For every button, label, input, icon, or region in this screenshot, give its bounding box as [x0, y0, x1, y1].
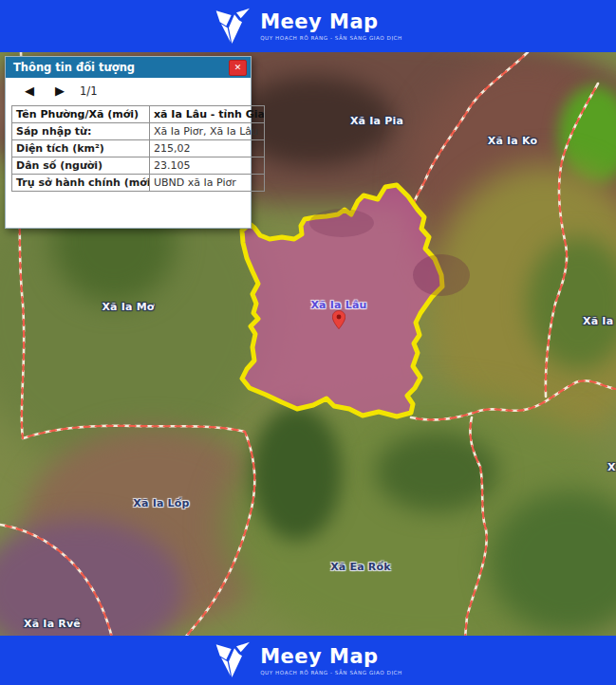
prev-arrow-icon[interactable]: ◀	[19, 83, 40, 99]
popup-empty-area	[6, 192, 251, 228]
brand-tagline: QUY HOẠCH RÕ RÀNG - SẴN SÀNG GIAO DỊCH	[260, 35, 402, 41]
table-row: Tên Phường/Xã (mới) xã Ia Lâu - tỉnh Gia…	[12, 106, 265, 123]
map-label-xa-ia-lop: Xã Ia Lốp	[133, 497, 189, 509]
row-value: 215,02	[150, 140, 265, 157]
row-value: 23.105	[150, 157, 265, 175]
boundary-top-split	[414, 52, 528, 203]
table-row: Diện tích (km²) 215,02	[12, 140, 265, 157]
close-icon[interactable]: ✕	[229, 60, 247, 76]
row-label: Dân số (người)	[12, 157, 150, 175]
table-row: Trụ sở hành chính (mới) UBND xã Ia Piơr	[12, 175, 265, 192]
row-label: Sáp nhập từ:	[12, 123, 150, 140]
meey-map-logo-footer: Meey Map QUY HOẠCH RÕ RÀNG - SẴN SÀNG GI…	[214, 640, 402, 680]
row-label: Tên Phường/Xã (mới)	[12, 106, 150, 123]
map-label-xa-ea-rok: Xã Ea Rốk	[330, 561, 391, 573]
map-label-clipped-east-2: X	[607, 461, 616, 473]
map-label-xa-ia-ko: Xã Ia Ko	[488, 135, 538, 147]
meey-map-logo-icon	[214, 7, 252, 46]
map-label-xa-ia-lau: Xã Ia Lâu	[310, 299, 366, 311]
row-value: UBND xã Ia Piơr	[150, 175, 265, 192]
map-label-xa-ia-pia: Xã Ia Pia	[350, 115, 403, 127]
brand-name: Meey Map	[260, 646, 378, 668]
boundary-lop	[23, 426, 254, 636]
brand-name: Meey Map	[260, 11, 378, 33]
row-value: Xã Ia Piơr, Xã Ia Lâu	[150, 123, 265, 140]
boundary-south	[465, 417, 487, 636]
table-row: Sáp nhập từ: Xã Ia Piơr, Xã Ia Lâu	[12, 123, 265, 140]
map-label-xa-ia-rve: Xã Ia Rvê	[24, 618, 81, 630]
object-info-popup: Thông tin đối tượng ✕ ◀ ▶ 1/1 Tên Phường…	[5, 56, 252, 229]
top-brand-bar: Meey Map QUY HOẠCH RÕ RÀNG - SẴN SÀNG GI…	[0, 0, 616, 52]
selected-region-dark-patch-2	[309, 209, 374, 237]
brand-tagline: QUY HOẠCH RÕ RÀNG - SẴN SÀNG GIAO DỊCH	[260, 670, 402, 676]
row-label: Trụ sở hành chính (mới)	[12, 175, 150, 192]
meey-map-logo: Meey Map QUY HOẠCH RÕ RÀNG - SẴN SÀNG GI…	[214, 7, 402, 46]
boundary-right-upper	[546, 83, 598, 397]
map-label-xa-ia-mo: Xã Ia Mơ	[102, 301, 154, 313]
pager-count: 1/1	[80, 84, 98, 98]
bottom-brand-bar: Meey Map QUY HOẠCH RÕ RÀNG - SẴN SÀNG GI…	[0, 636, 616, 685]
row-value: xã Ia Lâu - tỉnh Gia Lai	[150, 106, 265, 123]
next-arrow-icon[interactable]: ▶	[49, 83, 70, 99]
row-label: Diện tích (km²)	[12, 140, 150, 157]
popup-pager-bar: ◀ ▶ 1/1	[6, 78, 251, 103]
object-info-table: Tên Phường/Xã (mới) xã Ia Lâu - tỉnh Gia…	[11, 105, 265, 192]
boundary-east-west	[411, 380, 616, 419]
map-label-clipped-east-1: Xã Ia L	[583, 315, 616, 327]
table-row: Dân số (người) 23.105	[12, 157, 265, 175]
popup-title: Thông tin đối tượng	[13, 61, 135, 74]
selected-region-marker-pin-icon[interactable]	[332, 310, 345, 329]
popup-header[interactable]: Thông tin đối tượng ✕	[6, 57, 251, 78]
meey-map-logo-icon	[214, 640, 252, 680]
selected-region-dark-patch	[413, 254, 470, 296]
